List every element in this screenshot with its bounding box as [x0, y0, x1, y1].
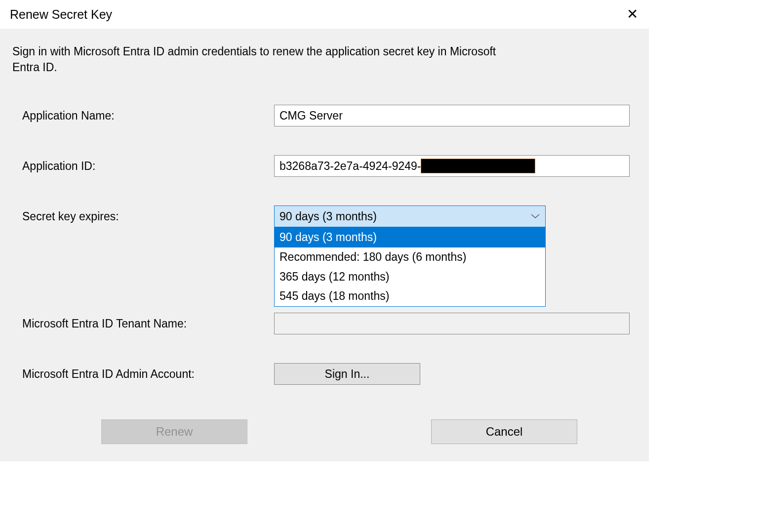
label-secret-key-expires: Secret key expires: [22, 210, 274, 223]
row-application-id: Application ID: b3268a73-2e7a-4924-9249- [12, 155, 637, 177]
value-application-id: b3268a73-2e7a-4924-9249- [279, 160, 421, 173]
expiry-combo-wrapper: 90 days (3 months) 90 days (3 months) Re… [274, 205, 546, 227]
row-application-name: Application Name: CMG Server [12, 105, 637, 126]
field-application-name[interactable]: CMG Server [274, 105, 630, 126]
expiry-option-180-days[interactable]: Recommended: 180 days (6 months) [275, 247, 545, 267]
label-admin-account: Microsoft Entra ID Admin Account: [22, 368, 274, 381]
titlebar: Renew Secret Key ✕ [0, 0, 649, 29]
combobox-secret-key-expires[interactable]: 90 days (3 months) [274, 205, 546, 227]
row-secret-key-expires: Secret key expires: 90 days (3 months) 9… [12, 205, 637, 227]
dialog-title: Renew Secret Key [10, 7, 112, 22]
close-button[interactable]: ✕ [620, 6, 645, 22]
dialog-buttons: Renew Cancel [12, 400, 637, 444]
expiry-option-365-days[interactable]: 365 days (12 months) [275, 267, 545, 287]
dialog-description: Sign in with Microsoft Entra ID admin cr… [12, 43, 506, 75]
close-icon: ✕ [627, 6, 638, 22]
label-application-id: Application ID: [22, 160, 274, 173]
cancel-button[interactable]: Cancel [431, 419, 577, 444]
expiry-option-545-days[interactable]: 545 days (18 months) [275, 286, 545, 306]
combobox-selected-value: 90 days (3 months) [279, 210, 377, 223]
renew-button: Renew [101, 419, 247, 444]
field-application-id[interactable]: b3268a73-2e7a-4924-9249- [274, 155, 630, 177]
sign-in-button[interactable]: Sign In... [274, 363, 420, 385]
expiry-dropdown-list: 90 days (3 months) Recommended: 180 days… [274, 227, 546, 307]
renew-secret-key-dialog: Renew Secret Key ✕ Sign in with Microsof… [0, 0, 649, 461]
field-tenant-name[interactable] [274, 313, 630, 334]
row-admin-account: Microsoft Entra ID Admin Account: Sign I… [12, 363, 637, 385]
redacted-text [421, 159, 535, 173]
label-tenant-name: Microsoft Entra ID Tenant Name: [22, 317, 274, 330]
expiry-option-90-days[interactable]: 90 days (3 months) [275, 228, 545, 247]
row-tenant-name: Microsoft Entra ID Tenant Name: [12, 313, 637, 334]
label-application-name: Application Name: [22, 109, 274, 123]
value-application-name: CMG Server [279, 109, 343, 123]
dialog-content: Sign in with Microsoft Entra ID admin cr… [0, 29, 649, 461]
